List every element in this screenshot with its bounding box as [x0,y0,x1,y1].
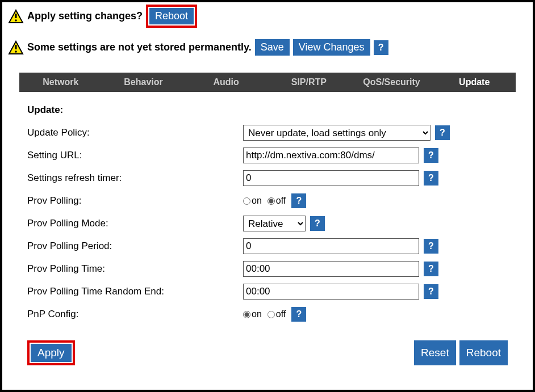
update-form: Update Policy: Never update, load settin… [27,121,516,326]
section-title: Update: [27,104,516,116]
footer-buttons: Apply Reset Reboot [27,340,508,365]
radio-pnp-off[interactable]: off [268,309,286,319]
save-button[interactable]: Save [255,39,290,56]
tab-network[interactable]: Network [19,77,102,87]
label-prov-polling-period: Prov Polling Period: [27,241,243,252]
label-prov-polling: Prov Polling: [27,195,243,206]
warning-icon [8,40,24,55]
reboot-button[interactable]: Reboot [149,8,194,24]
help-icon[interactable]: ? [291,307,306,322]
help-icon[interactable]: ? [424,284,438,299]
reboot-button-footer[interactable]: Reboot [459,340,508,365]
label-prov-polling-time: Prov Polling Time: [27,263,243,275]
warning-icon [8,9,24,24]
help-icon[interactable]: ? [310,216,325,231]
main-content: Network Behavior Audio SIP/RTP QoS/Secur… [8,73,527,365]
app-frame: Apply setting changes? Reboot Some setti… [0,0,535,392]
label-refresh-timer: Settings refresh timer: [27,172,243,184]
label-prov-polling-time-random-end: Prov Polling Time Random End: [27,286,243,297]
notice-unsaved: Some settings are not yet stored permane… [8,39,527,56]
radio-prov-polling-on-input[interactable] [243,197,250,205]
svg-point-2 [15,19,17,22]
help-icon[interactable]: ? [291,193,306,208]
svg-rect-1 [15,14,17,18]
help-icon[interactable]: ? [424,262,438,276]
tab-audio[interactable]: Audio [185,77,268,87]
apply-button[interactable]: Apply [31,344,72,362]
input-prov-polling-time-random-end[interactable] [243,284,419,300]
select-prov-polling-mode[interactable]: Relative [243,216,306,231]
tab-update[interactable]: Update [433,77,516,87]
svg-point-5 [15,50,17,53]
radio-prov-polling-off-input[interactable] [268,197,275,205]
help-icon[interactable]: ? [424,148,438,163]
radio-prov-polling-on[interactable]: on [243,196,262,206]
tab-qos[interactable]: QoS/Security [350,77,433,87]
label-pnp-config: PnP Config: [27,309,243,320]
input-setting-url[interactable] [243,147,419,163]
reboot-highlight: Reboot [146,5,197,28]
svg-rect-4 [15,45,17,49]
reset-button[interactable]: Reset [414,340,456,365]
radio-prov-polling-off[interactable]: off [268,196,286,206]
notice-unsaved-text: Some settings are not yet stored permane… [27,41,252,53]
radio-pnp-off-input[interactable] [268,311,275,318]
help-icon[interactable]: ? [374,40,388,55]
label-update-policy: Update Policy: [27,127,243,138]
nav-bar: Network Behavior Audio SIP/RTP QoS/Secur… [19,73,516,92]
radio-pnp-on[interactable]: on [243,309,262,319]
select-update-policy[interactable]: Never update, load settings only [243,125,430,141]
tab-behavior[interactable]: Behavior [102,77,185,87]
notice-apply-text: Apply setting changes? [27,10,143,22]
input-prov-polling-period[interactable] [243,238,419,254]
help-icon[interactable]: ? [435,125,450,140]
label-prov-polling-mode: Prov Polling Mode: [27,218,243,229]
view-changes-button[interactable]: View Changes [293,39,370,56]
input-refresh-timer[interactable] [243,170,419,186]
input-prov-polling-time[interactable] [243,261,419,277]
help-icon[interactable]: ? [424,171,438,186]
radio-pnp-on-input[interactable] [243,311,250,318]
tab-siprtp[interactable]: SIP/RTP [268,77,350,87]
label-setting-url: Setting URL: [27,150,243,161]
apply-highlight: Apply [27,340,75,365]
help-icon[interactable]: ? [424,239,438,254]
notice-apply-changes: Apply setting changes? Reboot [8,5,527,28]
